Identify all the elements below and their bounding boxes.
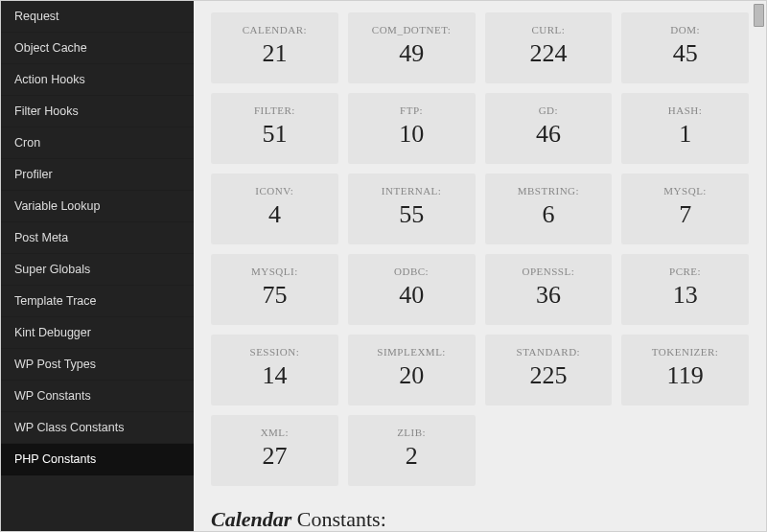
main-content: CALENDAR:21COM_DOTNET:49CURL:224DOM:45FI… <box>194 1 766 531</box>
stat-card-value: 75 <box>219 281 331 310</box>
sidebar-item-wp-post-types[interactable]: WP Post Types <box>1 349 194 381</box>
stat-card-value: 55 <box>356 200 468 229</box>
stat-card[interactable]: ODBC:40 <box>348 254 476 325</box>
sidebar: RequestObject CacheAction HooksFilter Ho… <box>1 1 194 531</box>
section-title-rest: Constants: <box>291 507 385 531</box>
sidebar-item-profiler[interactable]: Profiler <box>1 159 194 191</box>
sidebar-item-object-cache[interactable]: Object Cache <box>1 33 194 64</box>
stat-card[interactable]: COM_DOTNET:49 <box>348 12 476 83</box>
stat-card[interactable]: HASH:1 <box>621 93 749 164</box>
stat-card-label: FILTER: <box>219 104 331 116</box>
stat-card[interactable]: OPENSSL:36 <box>485 254 613 325</box>
sidebar-item-request[interactable]: Request <box>1 1 194 33</box>
stat-card-label: PCRE: <box>629 266 741 277</box>
stat-card-label: CURL: <box>493 24 605 35</box>
sidebar-item-wp-class-constants[interactable]: WP Class Constants <box>1 412 194 444</box>
sidebar-item-wp-constants[interactable]: WP Constants <box>1 381 194 412</box>
stat-card[interactable]: ICONV:4 <box>211 173 338 244</box>
stat-card-label: ZLIB: <box>356 427 468 438</box>
stat-card-label: MBSTRING: <box>493 185 605 197</box>
stat-card-value: 10 <box>356 120 468 149</box>
stat-card-value: 13 <box>629 281 741 310</box>
stat-card-value: 7 <box>629 200 741 229</box>
stat-card[interactable]: SIMPLEXML:20 <box>348 335 476 405</box>
stat-card-label: ICONV: <box>219 185 331 197</box>
stat-card[interactable]: GD:46 <box>485 93 613 164</box>
stat-card[interactable]: DOM:45 <box>621 12 749 83</box>
stat-card-value: 2 <box>356 442 468 471</box>
stat-card-value: 21 <box>219 39 331 68</box>
sidebar-item-template-trace[interactable]: Template Trace <box>1 286 194 317</box>
stat-card-label: XML: <box>219 427 331 438</box>
stat-card-label: SESSION: <box>219 346 331 358</box>
stat-card-value: 49 <box>356 39 468 68</box>
stat-card-label: GD: <box>493 104 605 116</box>
stat-card-value: 224 <box>493 39 605 68</box>
sidebar-item-post-meta[interactable]: Post Meta <box>1 222 194 254</box>
sidebar-item-kint-debugger[interactable]: Kint Debugger <box>1 317 194 349</box>
stat-card[interactable]: FTP:10 <box>348 93 476 164</box>
stat-card-label: ODBC: <box>356 266 468 277</box>
stat-card-value: 51 <box>219 120 331 149</box>
stat-card[interactable]: TOKENIZER:119 <box>621 335 749 405</box>
stat-card-label: MYSQL: <box>629 185 741 197</box>
sidebar-item-cron[interactable]: Cron <box>1 127 194 159</box>
stat-card[interactable]: STANDARD:225 <box>485 335 613 405</box>
stat-card[interactable]: SESSION:14 <box>211 335 338 405</box>
stat-card-value: 46 <box>493 120 605 149</box>
stat-card[interactable]: INTERNAL:55 <box>348 173 476 244</box>
stat-card[interactable]: PCRE:13 <box>621 254 749 325</box>
stat-card-label: DOM: <box>629 24 741 35</box>
sidebar-item-php-constants[interactable]: PHP Constants <box>1 444 194 475</box>
stat-card-value: 4 <box>219 200 331 229</box>
sidebar-item-super-globals[interactable]: Super Globals <box>1 254 194 286</box>
stat-card-value: 119 <box>629 361 741 390</box>
stat-card-value: 14 <box>219 361 331 390</box>
sidebar-item-filter-hooks[interactable]: Filter Hooks <box>1 96 194 127</box>
stat-card-label: TOKENIZER: <box>629 346 741 358</box>
stat-card-label: HASH: <box>629 104 741 116</box>
stat-card[interactable]: CALENDAR:21 <box>211 12 338 83</box>
stat-card[interactable]: CURL:224 <box>485 12 613 83</box>
sidebar-item-action-hooks[interactable]: Action Hooks <box>1 64 194 96</box>
stat-card-value: 45 <box>629 39 741 68</box>
stat-card[interactable]: MYSQL:7 <box>621 173 749 244</box>
stat-card[interactable]: ZLIB:2 <box>348 415 476 486</box>
stat-card-label: MYSQLI: <box>219 266 331 277</box>
stat-card-label: OPENSSL: <box>493 266 605 277</box>
stat-card-value: 27 <box>219 442 331 471</box>
constants-grid: CALENDAR:21COM_DOTNET:49CURL:224DOM:45FI… <box>211 12 749 486</box>
stat-card-label: INTERNAL: <box>356 185 468 197</box>
stat-card-label: STANDARD: <box>493 346 605 358</box>
stat-card-value: 225 <box>493 361 605 390</box>
stat-card[interactable]: FILTER:51 <box>211 93 338 164</box>
sidebar-item-variable-lookup[interactable]: Variable Lookup <box>1 191 194 222</box>
section-title-em: Calendar <box>211 507 291 531</box>
stat-card-value: 1 <box>629 120 741 149</box>
stat-card[interactable]: MBSTRING:6 <box>485 173 613 244</box>
stat-card-label: COM_DOTNET: <box>356 24 468 35</box>
stat-card-label: CALENDAR: <box>219 24 331 35</box>
stat-card[interactable]: MYSQLI:75 <box>211 254 338 325</box>
section-title: Calendar Constants: <box>211 507 749 531</box>
scrollbar-thumb[interactable] <box>754 4 764 27</box>
stat-card-value: 36 <box>493 281 605 310</box>
stat-card-value: 40 <box>356 281 468 310</box>
stat-card-label: SIMPLEXML: <box>356 346 468 358</box>
stat-card-value: 6 <box>493 200 605 229</box>
stat-card-value: 20 <box>356 361 468 390</box>
stat-card[interactable]: XML:27 <box>211 415 338 486</box>
stat-card-label: FTP: <box>356 104 468 116</box>
